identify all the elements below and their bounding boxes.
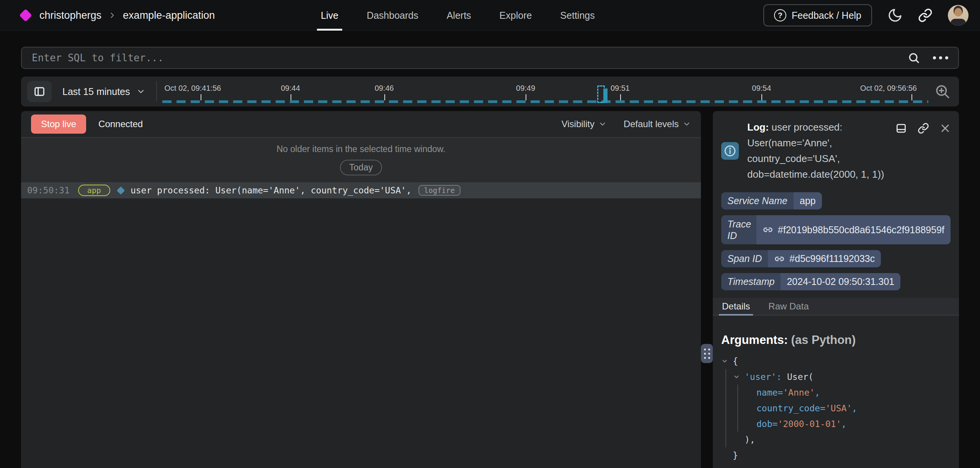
log-detail-panel: Log: user processed: User(name='Anne', c… xyxy=(713,111,959,468)
moon-icon xyxy=(887,8,903,23)
chevron-down-icon xyxy=(683,120,691,128)
timeline-strip[interactable]: Oct 02, 09:41:56 Oct 02, 09:56:56 09:44 … xyxy=(162,77,931,106)
header-actions: ? Feedback / Help xyxy=(763,0,969,31)
timestamp-label: Timestamp xyxy=(721,273,781,290)
timeline-event-spike xyxy=(597,85,610,103)
theme-toggle-button[interactable] xyxy=(887,8,903,23)
detail-title-prefix: Log: xyxy=(747,121,769,133)
more-options-icon[interactable] xyxy=(933,56,948,59)
chevron-down-icon xyxy=(136,87,145,96)
breadcrumb: christophergs example-application xyxy=(21,0,215,31)
service-name-badge: Service Name app xyxy=(721,192,822,209)
detail-header-actions xyxy=(895,119,951,134)
code-field-key: name= xyxy=(756,388,783,398)
timeline-tick xyxy=(761,94,762,100)
sql-filter-input[interactable] xyxy=(32,52,908,64)
stop-live-button[interactable]: Stop live xyxy=(31,115,86,134)
timeline-tick xyxy=(201,94,201,100)
history-notice-section: No older items in the selected time wind… xyxy=(21,138,701,182)
code-user-key: 'user': xyxy=(745,372,782,382)
timeline-tick xyxy=(911,94,912,100)
visibility-dropdown-label: Visibility xyxy=(562,119,595,129)
timeline-tick xyxy=(291,94,291,100)
divider xyxy=(156,81,157,102)
top-header: christophergs example-application Live D… xyxy=(0,0,980,31)
attribute-badges: Service Name app Trace ID #f2019b98b550c… xyxy=(721,192,951,290)
feedback-help-button[interactable]: ? Feedback / Help xyxy=(763,4,872,26)
timeline-baseline xyxy=(162,100,929,103)
user-avatar[interactable] xyxy=(948,5,969,26)
today-button[interactable]: Today xyxy=(340,160,382,175)
timeline-tick xyxy=(384,94,385,100)
code-field-comma: , xyxy=(815,388,820,398)
detail-header: Log: user processed: User(name='Anne', c… xyxy=(721,111,951,182)
connection-status: Connected xyxy=(98,119,143,129)
code-field-comma: , xyxy=(841,419,847,429)
close-icon[interactable] xyxy=(940,123,951,134)
timeline-tick xyxy=(526,94,526,100)
collapse-icon[interactable] xyxy=(721,358,730,365)
time-range-bar: Last 15 minutes Oct 02, 09:41:56 Oct 02,… xyxy=(21,77,959,106)
logfire-logo-icon xyxy=(19,9,32,22)
code-field-row: name='Anne', xyxy=(756,385,951,400)
log-level-diamond-icon xyxy=(117,186,125,194)
arguments-python-tree: { 'user': User( name='Anne', country_cod… xyxy=(721,353,951,463)
panel-resize-handle[interactable] xyxy=(701,344,713,363)
span-id-badge: Span ID #d5c996f11192033c xyxy=(721,250,881,267)
code-close-ctor: ), xyxy=(745,435,755,445)
timeline-spike-bar xyxy=(603,88,608,103)
timeline-tick xyxy=(620,94,621,100)
time-range-label: Last 15 minutes xyxy=(62,86,130,97)
tab-raw-data[interactable]: Raw Data xyxy=(768,298,808,315)
code-field-row: dob='2000-01-01', xyxy=(756,416,951,432)
nav-tab-live[interactable]: Live xyxy=(321,0,338,31)
link-icon xyxy=(774,254,785,264)
collapse-icon[interactable] xyxy=(733,373,742,380)
scope-badge: logfire xyxy=(418,185,461,196)
code-field-comma: , xyxy=(852,403,857,413)
chevron-down-icon xyxy=(598,120,607,128)
span-id-value-wrap[interactable]: #d5c996f11192033c xyxy=(768,250,881,267)
info-level-chip xyxy=(721,142,739,160)
service-name-value: app xyxy=(794,192,822,209)
sidebar-toggle-icon xyxy=(33,85,46,98)
time-range-selector[interactable]: Last 15 minutes xyxy=(62,86,145,97)
arguments-heading-sub: (as Python) xyxy=(788,333,856,347)
visibility-dropdown[interactable]: Visibility xyxy=(562,119,607,129)
code-user-ctor: User( xyxy=(787,372,813,382)
live-feed-area xyxy=(21,198,701,468)
code-block-user: 'user': User( name='Anne', country_code=… xyxy=(725,369,951,447)
nav-tab-settings[interactable]: Settings xyxy=(560,0,595,31)
code-field-value: '2000-01-01' xyxy=(777,419,841,429)
sidebar-toggle-button[interactable] xyxy=(27,81,52,102)
code-field-row: country_code='USA', xyxy=(756,400,951,416)
breadcrumb-org[interactable]: christophergs xyxy=(39,10,101,21)
code-field-value: 'USA' xyxy=(825,403,852,413)
nav-tab-alerts[interactable]: Alerts xyxy=(447,0,471,31)
timeline-tick-label: 09:54 xyxy=(752,84,771,93)
copy-link-button[interactable] xyxy=(918,8,933,23)
feedback-help-label: Feedback / Help xyxy=(792,10,861,21)
trace-id-badge: Trace ID #f2019b98b550cd8a61546c2f918895… xyxy=(721,215,951,244)
code-field-key: dob= xyxy=(756,419,777,429)
nav-tab-dashboards[interactable]: Dashboards xyxy=(367,0,418,31)
breadcrumb-project[interactable]: example-application xyxy=(123,10,215,21)
link-icon[interactable] xyxy=(918,123,929,134)
split-panel-icon[interactable] xyxy=(895,123,907,134)
search-icon[interactable] xyxy=(908,52,920,64)
link-icon xyxy=(918,8,933,23)
nav-tab-explore[interactable]: Explore xyxy=(500,0,532,31)
code-field-key: country_code= xyxy=(756,403,825,413)
zoom-in-button[interactable] xyxy=(934,83,951,100)
span-id-label: Span ID xyxy=(721,250,768,267)
service-name-label: Service Name xyxy=(721,192,794,209)
code-field-value: 'Anne' xyxy=(783,388,815,398)
tab-details[interactable]: Details xyxy=(722,298,750,315)
zoom-in-icon xyxy=(934,83,951,100)
log-timestamp: 09:50:31 xyxy=(27,185,70,195)
trace-id-value-wrap[interactable]: #f2019b98b550cd8a61546c2f9188959f xyxy=(756,215,951,244)
default-levels-dropdown[interactable]: Default levels xyxy=(624,119,691,129)
question-circle-icon: ? xyxy=(774,9,786,21)
sql-filter-bar xyxy=(21,47,959,69)
log-row[interactable]: 09:50:31 app user processed: User(name='… xyxy=(21,182,701,198)
